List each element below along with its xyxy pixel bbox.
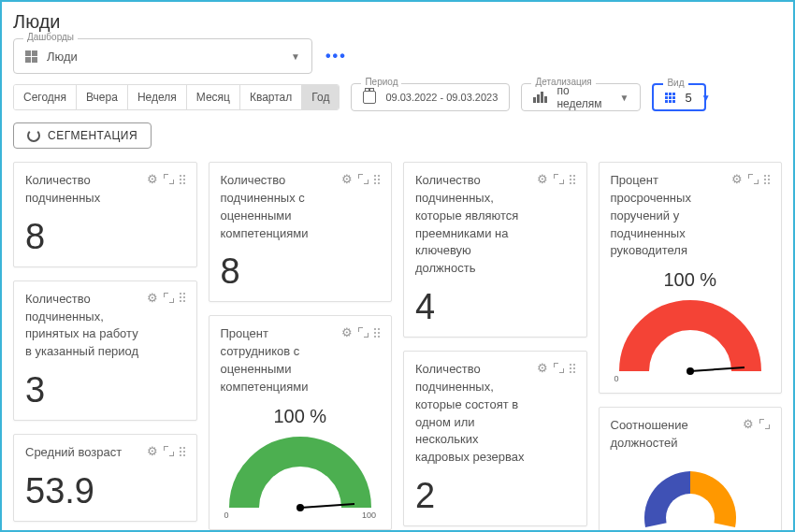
drag-icon[interactable] (180, 293, 185, 302)
expand-icon[interactable] (748, 174, 759, 184)
bars-icon (533, 92, 547, 103)
gear-icon[interactable]: ⚙ (743, 417, 754, 431)
metric-value: 3 (25, 370, 185, 410)
card-title: Количество подчиненных, принятых на рабо… (25, 291, 141, 361)
detail-value: по неделям (556, 84, 610, 110)
gear-icon[interactable]: ⚙ (537, 172, 548, 186)
expand-icon[interactable] (164, 293, 174, 303)
view-value: 5 (685, 91, 691, 105)
gear-icon[interactable]: ⚙ (731, 172, 743, 186)
gear-icon[interactable]: ⚙ (147, 172, 158, 186)
expand-icon[interactable] (554, 174, 564, 184)
metric-value: 8 (221, 252, 381, 292)
svg-point-3 (687, 367, 694, 375)
chevron-down-icon: ▼ (620, 93, 629, 103)
calendar-icon (363, 91, 376, 104)
card-avg-age: Средний возраст ⚙ 53.9 (13, 434, 197, 522)
drag-icon[interactable] (180, 447, 185, 456)
tab-month[interactable]: Месяц (187, 85, 240, 109)
chevron-down-icon: ▼ (291, 51, 300, 62)
drag-icon[interactable] (764, 175, 770, 184)
period-selector[interactable]: Период 09.03.2022 - 09.03.2023 (351, 83, 510, 111)
card-successors-count: Количество подчиненных, которые являются… (403, 162, 587, 338)
card-overdue-percent: Процент просроченных поручений у подчине… (599, 162, 783, 394)
donut-chart (611, 462, 771, 530)
more-icon[interactable]: ••• (325, 48, 347, 65)
tab-week[interactable]: Неделя (128, 85, 187, 109)
expand-icon[interactable] (164, 446, 174, 456)
card-subordinates-count: Количество подчиненных ⚙ 8 (13, 162, 197, 267)
segmentation-button[interactable]: СЕГМЕНТАЦИЯ (13, 122, 152, 149)
gear-icon[interactable]: ⚙ (341, 325, 353, 339)
page-title: Люди (2, 2, 793, 38)
card-title: Процент просроченных поручений у подчине… (611, 172, 727, 260)
metric-value: 53.9 (25, 471, 185, 511)
expand-icon[interactable] (358, 327, 369, 338)
card-assessed-percent: Процент сотрудников с оцененными компете… (209, 315, 393, 529)
segmentation-label: СЕГМЕНТАЦИЯ (48, 129, 137, 142)
expand-icon[interactable] (358, 174, 369, 184)
card-assessed-count: Количество подчиненных с оцененными комп… (209, 162, 393, 302)
expand-icon[interactable] (164, 174, 174, 184)
card-title: Соотношение должностей (611, 417, 738, 453)
dashboard-selector[interactable]: Дашборды Люди ▼ (13, 38, 312, 74)
svg-point-1 (296, 504, 304, 511)
drag-icon[interactable] (180, 175, 185, 184)
dashboard-value: Люди (47, 50, 282, 64)
expand-icon[interactable] (759, 419, 770, 429)
metric-value: 2 (415, 476, 575, 516)
card-title: Количество подчиненных, которые состоят … (415, 361, 531, 467)
period-value: 09.03.2022 - 09.03.2023 (385, 92, 498, 103)
gear-icon[interactable]: ⚙ (147, 444, 158, 458)
gauge-percent: 100 % (611, 269, 771, 291)
metric-value: 8 (25, 217, 185, 257)
drag-icon[interactable] (570, 175, 575, 184)
tab-yesterday[interactable]: Вчера (77, 85, 128, 109)
view-legend: Вид (663, 78, 687, 88)
refresh-icon (27, 129, 40, 142)
gauge-chart-red (615, 296, 765, 376)
detail-legend: Детализация (531, 77, 595, 87)
gauge-percent: 100 % (221, 406, 381, 427)
expand-icon[interactable] (554, 363, 564, 373)
metric-value: 4 (415, 287, 575, 327)
drag-icon[interactable] (374, 328, 380, 338)
gauge-chart-green (225, 433, 375, 512)
gear-icon[interactable]: ⚙ (537, 361, 548, 375)
card-positions-ratio: Соотношение должностей ⚙ (599, 407, 783, 532)
card-title: Количество подчиненных (25, 172, 141, 208)
view-selector[interactable]: Вид 5 ▼ (652, 83, 706, 111)
tab-quarter[interactable]: Квартал (240, 85, 302, 109)
chevron-down-icon: ▼ (701, 93, 711, 103)
card-title: Количество подчиненных, которые являются… (415, 172, 531, 278)
card-hired-count: Количество подчиненных, принятых на рабо… (13, 280, 197, 421)
tab-today[interactable]: Сегодня (14, 85, 77, 109)
card-title: Процент сотрудников с оцененными компете… (221, 325, 337, 395)
tab-year[interactable]: Год (302, 85, 339, 109)
gear-icon[interactable]: ⚙ (341, 172, 353, 186)
card-reserve-count: Количество подчиненных, которые состоят … (403, 351, 587, 526)
card-title: Средний возраст (25, 444, 141, 462)
card-title: Количество подчиненных с оцененными комп… (221, 172, 337, 242)
dashboard-legend: Дашборды (23, 32, 78, 42)
gear-icon[interactable]: ⚙ (147, 291, 158, 305)
grid-icon (665, 93, 675, 103)
drag-icon[interactable] (570, 364, 575, 373)
detail-selector[interactable]: Детализация по неделям ▼ (521, 83, 641, 111)
period-legend: Период (361, 77, 401, 87)
drag-icon[interactable] (374, 175, 380, 184)
dashboard-icon (25, 50, 37, 63)
time-range-tabs: Сегодня Вчера Неделя Месяц Квартал Год (13, 84, 340, 110)
